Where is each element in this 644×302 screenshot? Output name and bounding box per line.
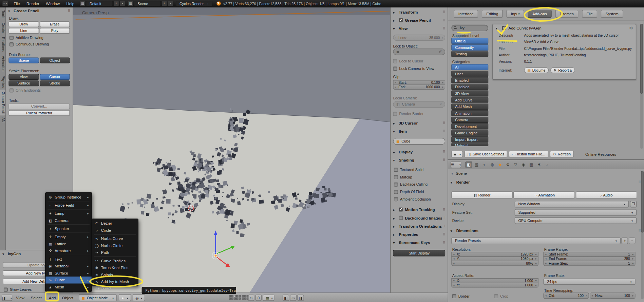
category-disabled[interactable]: Disabled: [451, 84, 488, 90]
prefs-tab-themes[interactable]: Themes: [555, 10, 578, 18]
menu-add[interactable]: Add: [47, 293, 58, 302]
local-camera-field[interactable]: ◧Camera×: [393, 101, 445, 108]
browse-screens-button[interactable]: ▦: [80, 1, 86, 6]
device-select[interactable]: GPU Compute: [515, 218, 637, 224]
fps-select[interactable]: 24 fps: [543, 279, 635, 285]
toolshelf-tab-grease-pencil[interactable]: Grease Pencil: [0, 90, 5, 116]
toolshelf-tab-an[interactable]: AN: [0, 116, 5, 125]
erase-button[interactable]: Erase: [40, 21, 70, 27]
prefs-tab-interface[interactable]: Interface: [454, 10, 478, 18]
render-anim-button[interactable]: ▭: [290, 295, 297, 301]
clear-icon[interactable]: ×: [440, 102, 442, 107]
new-frame-field[interactable]: New:100: [590, 292, 635, 299]
menu-select[interactable]: Select: [29, 293, 44, 302]
lock-button[interactable]: ⊙: [248, 295, 254, 301]
level-testing[interactable]: Testing: [451, 51, 488, 57]
number-field[interactable]: Y:1.000: [451, 283, 538, 288]
drag-dots-icon[interactable]: [68, 9, 70, 13]
audio-button[interactable]: ♪Audio: [576, 191, 637, 199]
addon-search-input[interactable]: [451, 25, 488, 31]
panel-header-3d-cursor[interactable]: 3D Cursor: [393, 120, 445, 126]
properties-scrollbar[interactable]: [641, 171, 644, 299]
add-menu-item-camera[interactable]: ◧ Camera: [45, 217, 92, 224]
add-menu-item-surface[interactable]: ▩ Surface: [45, 269, 92, 277]
prefs-tab-editing[interactable]: Editing: [482, 10, 503, 18]
panel-header-transform-orientations[interactable]: Transform Orientations: [393, 223, 445, 229]
panel-header-display[interactable]: Display: [393, 149, 445, 154]
render-engine-select[interactable]: Cycles Render↕: [176, 1, 212, 6]
delete-screen-button[interactable]: ×: [119, 1, 125, 6]
lock-to-cursor-checkbox[interactable]: [393, 59, 397, 63]
properties-tab-particles[interactable]: ✱: [535, 161, 543, 168]
menubar-item[interactable]: Render: [24, 0, 42, 7]
feature-set-select[interactable]: Supported: [515, 209, 637, 215]
save-user-settings-button[interactable]: ◫Save User Settings: [465, 151, 507, 157]
prefs-tab-input[interactable]: Input: [507, 10, 524, 18]
delete-scene-button[interactable]: ×: [168, 1, 173, 6]
stroke-cursor-button[interactable]: Cursor: [40, 74, 70, 80]
curve-menu-item-circle[interactable]: ○ Circle: [92, 227, 138, 234]
panel-header-motion-tracking[interactable]: Motion Tracking: [393, 207, 445, 212]
add-menu-item-lamp[interactable]: ✦ Lamp: [45, 210, 92, 217]
render-still-button[interactable]: ◧: [283, 295, 289, 301]
add-menu-item-mesh[interactable]: ▲ Mesh: [45, 284, 92, 291]
shading-checkbox[interactable]: [394, 190, 398, 194]
report-bug-button[interactable]: ⚑Report a: [550, 68, 575, 73]
add-menu-item-text[interactable]: T Text: [45, 256, 92, 263]
mode-select[interactable]: ◼ Object Mode: [79, 294, 116, 301]
level-community[interactable]: Community: [451, 44, 488, 51]
properties-tab-data[interactable]: ▽: [512, 161, 519, 168]
toolshelf-tab-relations[interactable]: Relations: [0, 35, 5, 54]
menubar-item[interactable]: File: [11, 0, 23, 7]
add-menu-item-group-instance[interactable]: ⊚ Group Instance: [45, 193, 92, 201]
category-user[interactable]: User: [451, 71, 488, 77]
number-field[interactable]: 80%: [451, 261, 538, 266]
only-endpoints-checkbox[interactable]: [10, 88, 14, 92]
toolshelf-tab-create[interactable]: Create: [0, 20, 5, 35]
editor-type-button-properties[interactable]: ≣: [451, 161, 461, 168]
panel-header-grease-pencil[interactable]: Grease Pencil: [6, 7, 73, 15]
number-field[interactable]: End:1000.000: [393, 84, 445, 90]
menu-view[interactable]: View: [14, 293, 26, 302]
panel-header-view[interactable]: View: [393, 25, 445, 31]
prefs-scrollbar[interactable]: [640, 24, 643, 149]
add-screen-button[interactable]: +: [113, 1, 119, 6]
panel-header-render[interactable]: Render: [451, 180, 641, 184]
add-menu-item-speaker[interactable]: ♪ Speaker: [45, 225, 92, 232]
properties-tab-material[interactable]: ◉: [520, 161, 527, 168]
prefs-sections-button[interactable]: ≣: [451, 151, 463, 157]
grow-leaves-checkbox[interactable]: [4, 288, 8, 292]
properties-tab-modifiers[interactable]: ⚙: [504, 161, 511, 168]
curve-menu-item-bezier[interactable]: ◠ Bezier: [92, 220, 138, 227]
render-border-checkbox[interactable]: [393, 112, 397, 116]
add-menu-item-curve[interactable]: ∿ Curve: [45, 277, 92, 284]
curve-menu-item-curve-profiles[interactable]: ◠ Curve Profiles: [92, 257, 138, 264]
category-game-engine[interactable]: Game Engine: [451, 130, 488, 136]
toolshelf-tab-physics[interactable]: Physics: [0, 73, 5, 90]
documentation-button[interactable]: ▤Docume: [524, 68, 549, 73]
toolshelf-tab-tools[interactable]: Tools: [0, 8, 5, 20]
install-from-file-button[interactable]: ▭Install from File...: [509, 151, 548, 157]
render-button[interactable]: ◧Render: [451, 191, 513, 199]
panel-header-grease-pencil-n[interactable]: Grease Pencil: [393, 17, 445, 23]
display-select[interactable]: New Window: [515, 201, 629, 207]
panel-header-background-images[interactable]: Background Images: [393, 215, 445, 221]
curve-menu-item-path[interactable]: ➝ Path: [92, 249, 138, 256]
convert-button[interactable]: Convert...: [8, 103, 70, 109]
add-menu-item-lattice[interactable]: ▦ Lattice: [45, 240, 92, 247]
continuous-drawing-checkbox[interactable]: [10, 42, 14, 46]
stroke-stroke-button[interactable]: Stroke: [40, 80, 70, 86]
menu-object[interactable]: Object: [60, 293, 75, 302]
category-camera[interactable]: Camera: [451, 117, 488, 123]
animation-button[interactable]: ▭Animation: [513, 191, 575, 199]
stroke-view-button[interactable]: View: [8, 74, 39, 80]
menubar-item[interactable]: Window: [43, 0, 63, 7]
category-enabled[interactable]: Enabled: [451, 77, 488, 83]
shading-checkbox[interactable]: [394, 175, 398, 179]
properties-tab-world[interactable]: ◍: [489, 161, 496, 168]
prefs-tab-file[interactable]: File: [582, 10, 597, 18]
panel-header-item[interactable]: Item: [393, 128, 445, 134]
panel-header-screencast-keys[interactable]: Screencast Keys: [393, 240, 445, 245]
add-menu-item-empty[interactable]: ✛ Empty: [45, 233, 92, 241]
add-menu-item-metaball[interactable]: ◉ Metaball: [45, 263, 92, 270]
